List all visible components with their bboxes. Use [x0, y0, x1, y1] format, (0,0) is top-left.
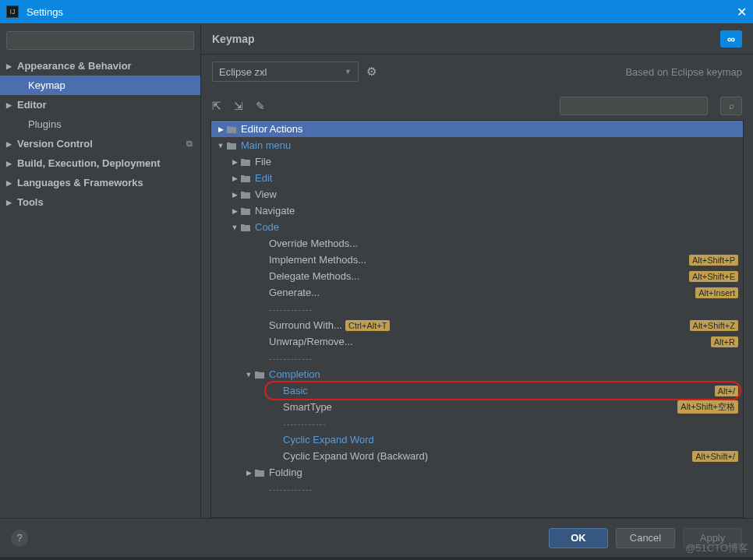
tree-label: ------------: [269, 484, 313, 494]
shortcut-badge: Alt+Shift+空格: [677, 400, 738, 414]
tree-row[interactable]: ▶Folding: [211, 464, 743, 481]
chevron-right-icon: ▶: [6, 199, 12, 206]
sidebar-item[interactable]: ▶Languages & Frameworks: [0, 173, 200, 192]
chevron-right-icon: ▶: [6, 179, 12, 187]
tree-row[interactable]: Surround With...Ctrl+Alt+TAlt+Shift+Z: [211, 317, 743, 333]
keymap-dropdown[interactable]: Eclipse zxl ▼: [212, 62, 359, 82]
chevron-right-icon: ▶: [230, 158, 239, 166]
tree-row[interactable]: Cyclic Expand Word (Backward)Alt+Shift+/: [211, 448, 743, 464]
ok-button[interactable]: OK: [549, 528, 608, 548]
tree-label: Surround With...: [269, 319, 342, 331]
tree-row[interactable]: ▼Completion: [211, 366, 743, 382]
folder-icon: [225, 124, 238, 135]
gear-icon[interactable]: ⚙: [366, 65, 376, 79]
tree-row[interactable]: ------------: [211, 301, 743, 317]
folder-icon: [239, 222, 252, 233]
shortcut-badge: Ctrl+Alt+T: [345, 320, 391, 331]
tree-row[interactable]: ▶Edit: [211, 170, 743, 186]
cancel-button[interactable]: Cancel: [616, 528, 675, 548]
tree-row[interactable]: Override Methods...: [211, 235, 743, 252]
tree-label: Generate...: [269, 287, 320, 298]
sidebar-item-label: Appearance & Behavior: [17, 60, 132, 72]
edit-icon[interactable]: ✎: [256, 100, 265, 112]
shortcut-badge: Alt+Shift+Z: [690, 320, 738, 331]
blank-icon: [253, 484, 266, 495]
sidebar-item[interactable]: ▶Appearance & Behavior: [0, 56, 200, 76]
sidebar-item-label: Tools: [17, 196, 44, 208]
action-search-input[interactable]: [560, 97, 708, 115]
tree-row[interactable]: ▼Code: [211, 219, 743, 235]
sidebar-item-label: Languages & Frameworks: [17, 177, 143, 188]
chevron-right-icon: ▶: [230, 174, 239, 182]
sidebar-item[interactable]: ▶Tools: [0, 192, 200, 212]
collapse-icon[interactable]: ⇲: [234, 100, 243, 112]
keymap-select-row: Eclipse zxl ▼ ⚙ Based on Eclipse keymap: [201, 55, 753, 89]
content: Keymap ∞ Eclipse zxl ▼ ⚙ Based on Eclips…: [201, 23, 753, 518]
chevron-down-icon: ▼: [345, 68, 352, 76]
chevron-right-icon: ▶: [6, 62, 12, 70]
window-title: Settings: [27, 6, 63, 18]
shortcut-badge: Alt+Insert: [695, 287, 738, 298]
chevron-right-icon: ▶: [244, 469, 253, 477]
sidebar-item-label: Build, Execution, Deployment: [17, 157, 160, 169]
tree-row[interactable]: ▶View: [211, 186, 743, 203]
sidebar-search-input[interactable]: [6, 31, 194, 50]
shortcut-badge: Alt+R: [711, 336, 738, 347]
copy-icon: ⧉: [186, 139, 193, 149]
tree-label: Navigate: [255, 205, 295, 217]
tree-label: Implement Methods...: [269, 254, 366, 266]
close-icon[interactable]: ✕: [737, 5, 747, 19]
sidebar-item-label: Version Control: [17, 138, 93, 150]
find-shortcut-button[interactable]: ⌕: [720, 97, 742, 115]
blank-icon: [253, 287, 266, 298]
tree-row[interactable]: SmartTypeAlt+Shift+空格: [211, 399, 743, 415]
tree-label: ------------: [269, 305, 313, 314]
sidebar-item[interactable]: Keymap: [0, 76, 200, 95]
tree-label: Editor Actions: [241, 123, 303, 135]
tree-label: Completion: [269, 368, 320, 380]
sidebar-item-label: Keymap: [28, 79, 65, 91]
tree-row[interactable]: Cyclic Expand Word: [211, 431, 743, 448]
blank-icon: [267, 402, 280, 413]
chevron-down-icon: ▼: [216, 142, 225, 150]
tree-row[interactable]: ▼Main menu: [211, 137, 743, 153]
blank-icon: [253, 271, 266, 282]
blank-icon: [253, 238, 266, 249]
chevron-right-icon: ▶: [6, 140, 12, 148]
blank-icon: [253, 255, 266, 266]
shortcut-badge: Alt+Shift+/: [692, 451, 738, 462]
chevron-down-icon: ▼: [244, 371, 253, 379]
action-tree[interactable]: ▶Editor Actions▼Main menu▶File▶Edit▶View…: [210, 120, 744, 518]
tree-row[interactable]: Implement Methods...Alt+Shift+P: [211, 252, 743, 268]
tree-row[interactable]: Unwrap/Remove...Alt+R: [211, 333, 743, 350]
tree-row[interactable]: ------------: [211, 481, 743, 497]
tree-row[interactable]: BasicAlt+/: [211, 382, 743, 399]
share-badge-icon[interactable]: ∞: [720, 30, 742, 48]
expand-icon[interactable]: ⇱: [212, 100, 221, 112]
tree-label: SmartType: [283, 401, 332, 413]
sidebar-item[interactable]: ▶Build, Execution, Deployment: [0, 153, 200, 173]
tree-row[interactable]: ------------: [211, 350, 743, 366]
tree-row[interactable]: ▶Editor Actions: [211, 121, 743, 137]
shortcut-badge: Alt+Shift+E: [689, 271, 738, 282]
tree-row[interactable]: ▶File: [211, 153, 743, 170]
sidebar-item[interactable]: Plugins: [0, 114, 200, 134]
folder-icon: [239, 173, 252, 184]
tree-label: ------------: [283, 419, 327, 428]
sidebar-item[interactable]: ▶Editor: [0, 95, 200, 114]
blank-icon: [253, 320, 266, 331]
chevron-right-icon: ▶: [6, 101, 12, 109]
tree-row[interactable]: ▶Navigate: [211, 203, 743, 219]
tree-row[interactable]: Generate...Alt+Insert: [211, 284, 743, 301]
folder-icon: [239, 206, 252, 217]
sidebar-item[interactable]: ▶Version Control⧉: [0, 134, 200, 153]
chevron-right-icon: ▶: [6, 160, 12, 167]
keymap-toolbar: ⇱ ⇲ ✎ ⌕: [201, 93, 753, 118]
titlebar: IJ Settings ✕: [0, 0, 753, 23]
tree-row[interactable]: ------------: [211, 415, 743, 431]
blank-icon: [267, 418, 280, 429]
help-button[interactable]: ?: [11, 530, 28, 547]
tree-row[interactable]: Delegate Methods...Alt+Shift+E: [211, 268, 743, 284]
folder-icon: [239, 189, 252, 200]
blank-icon: [253, 353, 266, 364]
